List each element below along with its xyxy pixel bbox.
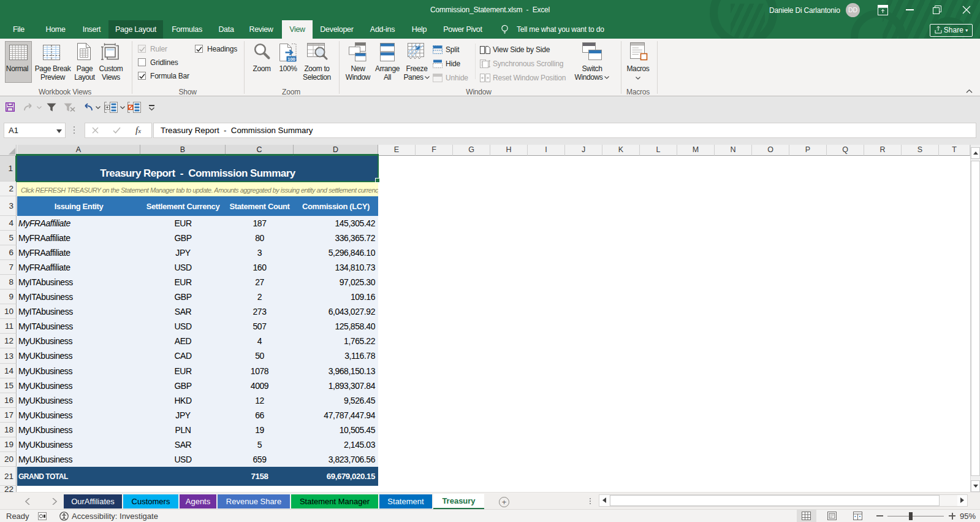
svg-text:100: 100 [287, 56, 295, 62]
